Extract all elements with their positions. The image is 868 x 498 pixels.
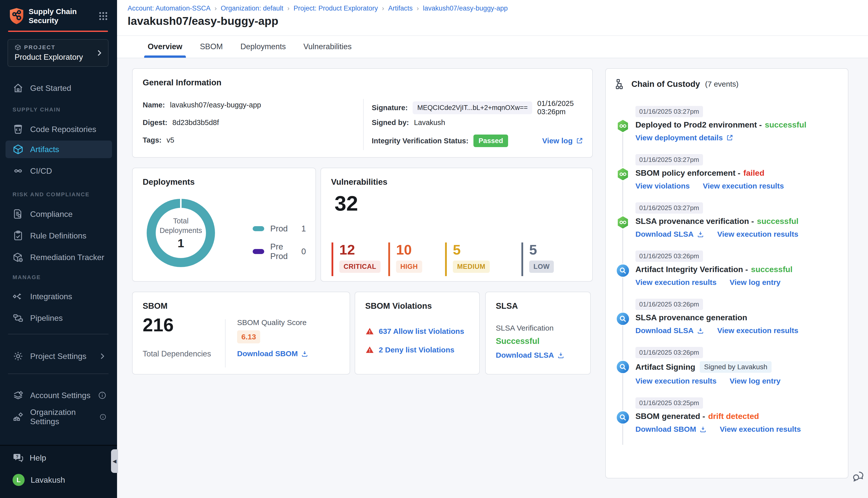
severity-badge: LOW <box>529 261 554 273</box>
chain-of-custody-icon <box>615 78 626 90</box>
view-execution-results-link[interactable]: View execution results <box>720 425 801 433</box>
box-remediation-icon <box>13 252 24 263</box>
tab-sbom[interactable]: SBOM <box>197 36 225 58</box>
sidebar: Supply Chain Security PROJECT Product Ex… <box>0 0 117 498</box>
breadcrumb-artifacts[interactable]: Artifacts <box>388 4 413 12</box>
info-icon[interactable] <box>98 391 106 399</box>
tabs-bottom-divider <box>117 58 868 58</box>
event-status: successful <box>757 217 799 226</box>
severity-high: 10 HIGH <box>388 243 422 276</box>
tab-vulnerabilities[interactable]: Vulnerabilities <box>301 36 354 58</box>
user-name: Lavakush <box>31 475 65 485</box>
app-title: Supply Chain Security <box>29 7 77 25</box>
sidebar-item-pipelines[interactable]: Pipelines <box>5 309 112 327</box>
sidebar-item-rule-definitions[interactable]: Rule Definitions <box>5 227 112 245</box>
download-sbom-link[interactable]: Download SBOM <box>237 350 308 358</box>
sbom-quality-score-value: 6.13 <box>237 330 260 343</box>
download-slsa-link[interactable]: Download SLSA <box>635 326 704 335</box>
coc-event-artifact-signing: 01/16/2025 03:26pm Artifact Signing Sign… <box>616 347 839 385</box>
download-slsa-link[interactable]: Download SLSA <box>496 351 565 359</box>
severity-badge: MEDIUM <box>453 261 490 273</box>
prod-swatch <box>252 226 264 231</box>
gear-icon <box>13 351 24 362</box>
breadcrumb-current[interactable]: lavakush07/easy-buggy-app <box>423 4 508 12</box>
view-log-entry-link[interactable]: View log entry <box>730 377 781 385</box>
sidebar-item-label: Code Repositories <box>30 125 96 134</box>
digest-label: Digest: <box>143 118 167 127</box>
download-slsa-link[interactable]: Download SLSA <box>635 230 704 238</box>
vertical-divider <box>363 99 364 150</box>
breadcrumb-account[interactable]: Account: Automation-SSCA <box>128 4 210 12</box>
pipeline-hexagon-icon <box>616 215 630 230</box>
apps-grid-icon[interactable] <box>98 11 108 21</box>
view-deployment-details-link[interactable]: View deployment details <box>635 133 734 142</box>
sidebar-divider <box>8 374 108 374</box>
support-chat-icon[interactable] <box>852 469 866 483</box>
chain-of-custody-title: Chain of Custody <box>631 79 700 89</box>
view-execution-results-link[interactable]: View execution results <box>717 326 799 335</box>
sidebar-collapse-handle[interactable]: ◀ <box>111 449 118 473</box>
deny-list-violations-link[interactable]: 2 Deny list Violations <box>379 346 454 354</box>
chain-of-custody-panel: Chain of Custody (7 events) 01/16/2025 0… <box>605 68 848 479</box>
sidebar-item-artifacts[interactable]: Artifacts <box>5 141 112 158</box>
help-button[interactable]: ? Help <box>13 452 46 463</box>
card-title: SLSA <box>496 301 518 311</box>
breadcrumb-project[interactable]: Project: Product Exploratory <box>294 4 378 12</box>
download-icon <box>699 425 707 433</box>
code-repo-icon <box>13 124 24 135</box>
user-menu[interactable]: L Lavakush <box>13 474 65 486</box>
view-log-link[interactable]: View log <box>542 136 583 145</box>
info-icon[interactable] <box>100 412 106 421</box>
view-execution-results-link[interactable]: View execution results <box>703 182 784 190</box>
view-violations-link[interactable]: View violations <box>635 182 690 190</box>
card-title: Deployments <box>143 177 195 187</box>
signed-by-label: Signed by: <box>372 118 409 127</box>
sidebar-item-project-settings[interactable]: Project Settings <box>5 348 112 365</box>
breadcrumb-separator: › <box>417 4 419 12</box>
view-execution-results-link[interactable]: View execution results <box>635 377 716 385</box>
download-sbom-link[interactable]: Download SBOM <box>635 425 707 433</box>
sidebar-item-remediation-tracker[interactable]: Remediation Tracker <box>5 249 112 266</box>
sidebar-item-compliance[interactable]: Compliance <box>5 205 112 223</box>
sidebar-item-label: Rule Definitions <box>30 231 87 240</box>
slsa-verification-status: Successful <box>496 336 540 346</box>
sidebar-item-integrations[interactable]: Integrations <box>5 288 112 305</box>
chain-of-custody-count: (7 events) <box>705 80 738 88</box>
download-icon <box>697 327 704 335</box>
tags-label: Tags: <box>143 136 161 144</box>
sidebar-item-label: Organization Settings <box>30 408 93 426</box>
sidebar-item-code-repositories[interactable]: Code Repositories <box>5 120 112 138</box>
sidebar-item-get-started[interactable]: Get Started <box>5 79 112 97</box>
sidebar-item-organization-settings[interactable]: Organization Settings <box>5 408 112 426</box>
view-execution-results-link[interactable]: View execution results <box>717 230 799 238</box>
warning-icon <box>365 327 374 336</box>
total-deployments-value: 1 <box>178 236 184 250</box>
help-label: Help <box>30 453 46 463</box>
event-title: Deployed to Prod2 environment - <box>635 120 762 130</box>
chevron-right-icon <box>98 352 106 361</box>
event-status: failed <box>743 168 765 178</box>
breadcrumb-organization[interactable]: Organization: default <box>221 4 283 12</box>
allow-list-violations-link[interactable]: 637 Allow list Violations <box>379 327 464 336</box>
avatar: L <box>13 474 25 486</box>
status-badge-passed: Passed <box>474 134 508 147</box>
view-log-entry-link[interactable]: View log entry <box>730 278 781 287</box>
digest-value: 8d23bd3b5d8f <box>172 118 219 127</box>
artifacts-cube-icon <box>13 144 24 155</box>
event-status: successful <box>765 120 806 130</box>
sidebar-item-account-settings[interactable]: Account Settings <box>5 386 112 404</box>
project-selector[interactable]: PROJECT Product Exploratory <box>8 39 108 67</box>
coc-event-sbom-generated: 01/16/2025 03:25pm SBOM generated - drif… <box>616 397 839 433</box>
sidebar-item-label: Project Settings <box>30 352 87 361</box>
preprod-swatch <box>252 249 264 254</box>
org-chart-icon <box>13 411 24 422</box>
view-execution-results-link[interactable]: View execution results <box>635 278 716 287</box>
scan-circle-icon <box>616 360 630 374</box>
tab-deployments[interactable]: Deployments <box>238 36 288 58</box>
tab-overview[interactable]: Overview <box>145 36 185 58</box>
coc-event-slsa-generation: 01/16/2025 03:26pm SLSA provenance gener… <box>616 299 839 335</box>
account-layers-icon <box>13 390 24 401</box>
event-title: SLSA provenance verification - <box>635 217 754 226</box>
sidebar-item-cicd[interactable]: CI/CD <box>5 162 112 180</box>
sidebar-divider <box>8 334 108 335</box>
